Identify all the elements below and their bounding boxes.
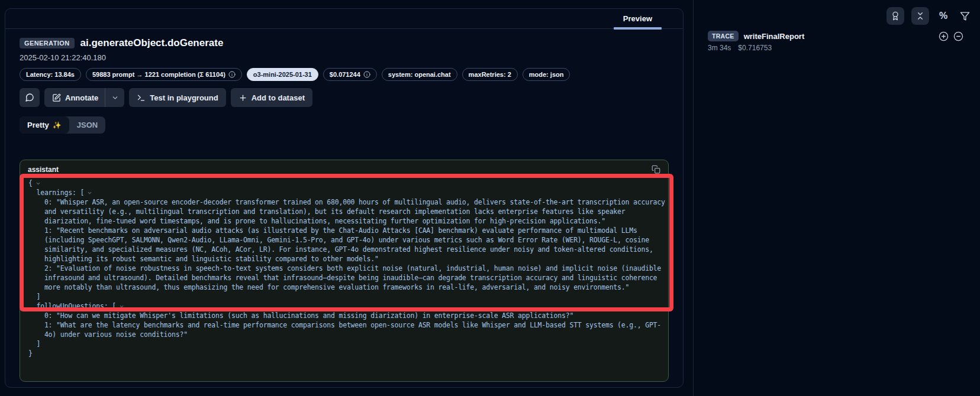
- annotate-button[interactable]: Annotate: [44, 88, 105, 107]
- info-icon: [363, 71, 370, 78]
- trace-tree-sidebar: % TRACE writeFinalReport: [693, 0, 980, 396]
- collapse-chevron-icon[interactable]: [36, 181, 41, 186]
- collapse-chevron-icon[interactable]: [87, 190, 92, 196]
- pill-label: 59883 prompt → 1221 completion (Σ 61104): [92, 71, 225, 78]
- metadata-pill[interactable]: system: openai.chat: [382, 68, 457, 81]
- code-line-text: followUpQuestions: [: [28, 301, 116, 311]
- collapse-all-button[interactable]: [911, 7, 929, 25]
- tab-preview-active-indicator: [614, 27, 662, 30]
- code-line: highlighting its robust semantic and lin…: [28, 254, 660, 264]
- trace-root-row[interactable]: TRACE writeFinalReport: [708, 30, 963, 43]
- trace-badge: TRACE: [708, 31, 739, 41]
- tab-pretty[interactable]: Pretty ✨: [20, 116, 69, 134]
- annotate-dropdown-button[interactable]: [105, 88, 124, 107]
- pill-label: Latency: 13.84s: [26, 71, 75, 78]
- trace-cost: $0.716753: [738, 44, 772, 52]
- code-line: diarization, fine-tuned word timestamps,…: [28, 216, 660, 226]
- metadata-pill[interactable]: mode: json: [523, 68, 570, 81]
- code-line-text: 1: "Recent benchmarks on adversarial aud…: [28, 226, 637, 235]
- code-line: {: [28, 178, 660, 188]
- pill-label: maxRetries: 2: [469, 71, 511, 78]
- code-line-text: more notably than ultrasound, thus empha…: [28, 283, 629, 292]
- panel-tabstrip: Preview: [5, 9, 683, 29]
- chevrons-down-up-icon: [915, 11, 925, 21]
- code-line: 2: "Evaluation of noise robustness in sp…: [28, 264, 660, 273]
- info-icon: [228, 71, 236, 78]
- annotate-button-label: Annotate: [65, 93, 98, 102]
- trace-tree: TRACE writeFinalReport 3m 34s $0.716753: [694, 25, 980, 52]
- metadata-pill[interactable]: 59883 prompt → 1221 completion (Σ 61104): [86, 68, 242, 81]
- assistant-message-box: assistant { learnings: [ 0: "Whisper ASR…: [20, 160, 669, 382]
- code-line: 1: "Recent benchmarks on adversarial aud…: [28, 226, 660, 235]
- code-line-text: diarization, fine-tuned word timestamps,…: [28, 216, 605, 226]
- code-line: ]: [28, 339, 660, 349]
- trace-duration: 3m 34s: [708, 44, 731, 52]
- observation-type-badge: GENERATION: [20, 38, 75, 48]
- metadata-pill[interactable]: $0.071244: [323, 68, 377, 81]
- playground-button-label: Test in playground: [150, 93, 218, 102]
- page-title: ai.generateObject.doGenerate: [80, 37, 224, 49]
- code-line-text: ]: [28, 292, 40, 301]
- plus-icon: [238, 93, 247, 102]
- tab-preview[interactable]: Preview: [614, 9, 662, 28]
- add-to-dataset-button[interactable]: Add to dataset: [231, 88, 312, 107]
- award-icon: [891, 11, 900, 21]
- chevron-down-icon: [111, 94, 119, 102]
- comment-button[interactable]: [20, 88, 40, 107]
- percent-icon: %: [939, 11, 947, 21]
- metadata-pill[interactable]: maxRetries: 2: [462, 68, 518, 81]
- collapse-tree-icon[interactable]: [953, 31, 963, 41]
- observation-content: GENERATION ai.generateObject.doGenerate …: [5, 29, 683, 382]
- code-line-text: ]: [28, 339, 40, 349]
- code-line: ]: [28, 292, 660, 301]
- code-line: 0: "How can we mitigate Whisper's limita…: [28, 311, 660, 320]
- trace-metrics: 3m 34s $0.716753: [708, 44, 963, 52]
- expand-all-icon[interactable]: [939, 31, 949, 41]
- code-line-text: 2: "Evaluation of noise robustness in sp…: [28, 264, 661, 273]
- terminal-icon: [137, 93, 146, 102]
- tab-json[interactable]: JSON: [69, 116, 105, 134]
- code-line: 4o) under various noise conditions?": [28, 330, 660, 339]
- code-line: }: [28, 349, 660, 358]
- code-line-text: }: [28, 349, 33, 358]
- pill-label: mode: json: [529, 71, 564, 78]
- output-format-tabs: Pretty ✨ JSON: [20, 116, 105, 134]
- test-in-playground-button[interactable]: Test in playground: [129, 88, 225, 107]
- percent-toggle[interactable]: %: [936, 9, 950, 23]
- observation-timestamp: 2025-02-10 21:22:40.180: [20, 53, 669, 62]
- code-line-text: learnings: [: [28, 188, 84, 197]
- code-line: infrasound and ultrasound). Detailed ben…: [28, 273, 660, 283]
- tab-pretty-label: Pretty: [27, 121, 49, 129]
- sidebar-toolbar: %: [694, 0, 980, 25]
- trace-name: writeFinalReport: [744, 32, 805, 41]
- code-line-text: 1: "What are the latency benchmarks and …: [28, 320, 661, 330]
- code-line: followUpQuestions: [: [28, 301, 660, 311]
- code-line-text: infrasound and ultrasound). Detailed ben…: [28, 273, 657, 283]
- code-line: more notably than ultrasound, thus empha…: [28, 283, 660, 292]
- annotate-split-button: Annotate: [44, 88, 124, 107]
- tab-preview-label: Preview: [623, 14, 652, 23]
- collapse-chevron-icon[interactable]: [119, 304, 124, 309]
- code-line-text: 0: "Whisper ASR, an open-source encoder-…: [28, 197, 665, 207]
- metadata-pill-row: Latency: 13.84s 59883 prompt → 1221 comp…: [20, 68, 669, 81]
- pill-label: system: openai.chat: [388, 71, 451, 78]
- code-line-text: 4o) under various noise conditions?": [28, 330, 188, 339]
- tab-json-label: JSON: [77, 121, 98, 129]
- funnel-icon: [960, 11, 970, 21]
- chat-bubble-icon: [25, 93, 34, 102]
- filter-button[interactable]: [958, 9, 972, 23]
- code-line-text: and versatility (e.g., multilingual tran…: [28, 207, 626, 216]
- trace-detail-page: Preview GENERATION ai.generateObject.doG…: [0, 0, 980, 396]
- code-line: 1: "What are the latency benchmarks and …: [28, 320, 660, 330]
- pill-label: $0.071244: [330, 71, 360, 78]
- pill-label: o3-mini-2025-01-31: [253, 71, 312, 78]
- metadata-pill[interactable]: Latency: 13.84s: [20, 68, 81, 81]
- message-role-label: assistant: [28, 165, 59, 174]
- sparkles-icon: ✨: [53, 121, 62, 129]
- code-line-text: similarity, and specialized measures (NC…: [28, 245, 653, 254]
- scores-toggle-button[interactable]: [886, 7, 904, 25]
- copy-icon[interactable]: [652, 165, 660, 174]
- json-output-view: { learnings: [ 0: "Whisper ASR, an open-…: [20, 176, 668, 358]
- code-line: 0: "Whisper ASR, an open-source encoder-…: [28, 197, 660, 207]
- metadata-pill[interactable]: o3-mini-2025-01-31: [247, 68, 318, 81]
